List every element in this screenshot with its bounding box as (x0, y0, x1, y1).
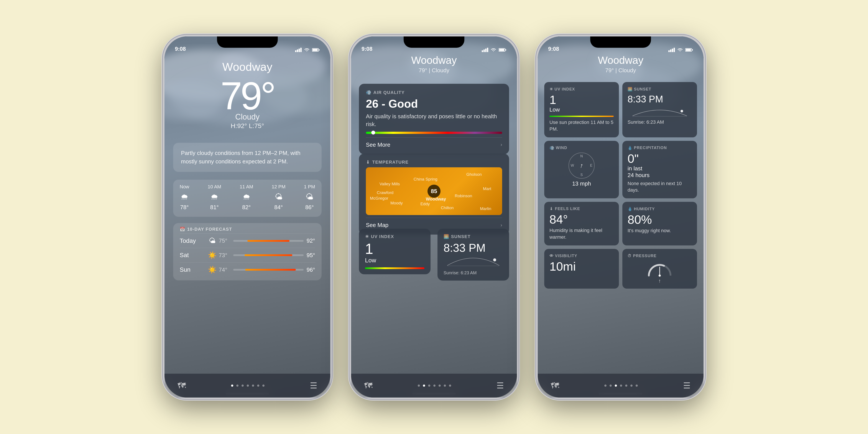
humidity-icon-3: 💧 (627, 207, 632, 211)
phone-screen-3: 9:08 (538, 36, 704, 398)
calendar-icon: 📅 (180, 226, 186, 232)
bottom-bar-3: 🗺 ☰ (538, 374, 704, 398)
page-dots-3 (604, 384, 638, 387)
tenday-sat: Sat ☀️ 73° 95° (180, 248, 315, 262)
see-map[interactable]: See Map › (366, 218, 502, 228)
high-low-1: H:92° L:75° (164, 122, 330, 129)
tenday-bar-sun (233, 269, 303, 271)
map-icon-3[interactable]: 🗺 (551, 381, 559, 391)
city-name-3: Woodway (538, 54, 704, 66)
phone1-content: Woodway 79° Cloudy H:92° L:75° Partly cl… (164, 36, 330, 398)
aq-bar-indicator (371, 131, 375, 134)
sunrise-text-2: Sunrise: 6:23 AM (443, 270, 503, 275)
pressure-gauge (647, 260, 673, 278)
wifi-icon-2 (490, 48, 496, 52)
svg-rect-8 (300, 48, 302, 52)
map-location-marlin: Marlin (480, 206, 491, 211)
wind-speed: 13 mph (550, 180, 614, 187)
dot-2-5 (439, 384, 441, 387)
humidity-note-3: It's muggy right now. (627, 227, 692, 234)
feels-like-card-3: 🌡 FEELS LIKE 84° Humidity is making it f… (544, 202, 619, 245)
compass-arrow-icon: ↑ (579, 161, 584, 169)
compass-n: N (580, 154, 583, 158)
templine-2: 79° | Cloudy (351, 67, 517, 74)
temperature-1: 79° (164, 73, 330, 118)
precip-note-3: None expected in next 10 days. (627, 180, 692, 194)
map-icon-2[interactable]: 🗺 (364, 381, 372, 391)
chevron-right-icon-2: › (501, 222, 502, 228)
sunset-time-3: 8:33 PM (627, 94, 692, 104)
wifi-icon-3 (677, 48, 683, 52)
dot-3-6 (630, 384, 632, 387)
hour-12pm: 12 PM 🌤 84° (272, 184, 286, 211)
uv-value-3: 1 (550, 94, 614, 106)
map-location-china-spring: China Spring (413, 177, 437, 182)
wind-icon-3: 💨 (550, 146, 554, 150)
dot-2-4 (433, 384, 436, 387)
precip-label-3: 💧 PRECIPITATION (627, 146, 692, 150)
feels-value-3: 84° (550, 213, 614, 225)
wind-label-3: 💨 WIND (550, 146, 614, 150)
dot-1 (236, 384, 239, 387)
bottom-bar-1: 🗺 ☰ (164, 374, 330, 398)
aq-see-more[interactable]: See More › (366, 137, 502, 148)
list-icon-3[interactable]: ☰ (683, 381, 690, 391)
svg-rect-17 (485, 49, 487, 52)
page-dots-1 (231, 384, 265, 387)
feels-note-3: Humidity is making it feel warmer. (550, 227, 614, 241)
svg-rect-16 (484, 50, 485, 52)
visibility-card-3: 👁 VISIBILITY 10mi (544, 249, 619, 289)
map-location-crawford: Crawford (377, 190, 394, 195)
hour-10am: 10 AM 🌧 81° (208, 184, 221, 211)
phone2-content: Woodway 79° | Cloudy 💨 AIR QUALITY 26 - … (351, 36, 517, 398)
tenday-card: 📅 10-DAY FORECAST Today 🌤 75° 92° Sat ☀️… (173, 223, 321, 280)
svg-rect-28 (670, 50, 672, 52)
svg-rect-27 (669, 50, 670, 52)
status-icons-1 (295, 48, 320, 52)
dot-3-active (615, 384, 617, 387)
battery-icon-3 (685, 48, 693, 52)
compass-e: E (590, 164, 592, 167)
svg-rect-5 (295, 50, 297, 52)
visibility-value-3: 10mi (550, 260, 614, 273)
svg-rect-30 (674, 48, 675, 52)
precipitation-card-3: 💧 PRECIPITATION 0" in last 24 hours None… (622, 141, 697, 198)
svg-point-22 (493, 258, 496, 261)
dot-3-4 (620, 384, 622, 387)
visibility-label-3: 👁 VISIBILITY (550, 254, 614, 258)
templine-3: 79° | Cloudy (538, 67, 704, 74)
uv-sublabel-2: Low (365, 257, 425, 264)
compass-s: S (581, 173, 583, 177)
svg-rect-10 (319, 49, 320, 51)
list-icon-1[interactable]: ☰ (310, 381, 317, 391)
map-icon-1[interactable]: 🗺 (178, 381, 186, 391)
svg-rect-6 (297, 50, 298, 52)
narrative-card: Partly cloudy conditions from 12 PM–2 PM… (173, 143, 321, 172)
signal-icon (295, 48, 302, 52)
dot-3-7 (636, 384, 638, 387)
dot-3-1 (604, 384, 607, 387)
uv-index-card-2: ☀ UV INDEX 1 Low (359, 229, 431, 274)
notch-1 (217, 36, 278, 48)
wifi-icon (304, 48, 310, 52)
uv-note-3: Use sun protection 11 AM to 5 PM. (550, 119, 614, 132)
sunset-icon-3: 🌅 (627, 87, 632, 92)
sunset-time-2: 8:33 PM (443, 241, 503, 254)
temp-label: 🌡 TEMPERATURE (366, 160, 502, 165)
map-location-valley-mills: Valley Mills (379, 182, 400, 186)
dot-2-7 (449, 384, 451, 387)
aq-value: 26 - Good (366, 97, 502, 110)
map-location-gholson: Gholson (466, 172, 482, 177)
phone3-content: Woodway 79° | Cloudy ☀ UV INDEX 1 Low Us… (538, 36, 704, 398)
uv-bar-3 (550, 116, 614, 117)
sunset-card-3: 🌅 SUNSET 8:33 PM Sunrise: 6:23 AM (622, 82, 697, 137)
dot-4 (252, 384, 254, 387)
uv-bar-2 (365, 267, 425, 269)
map-location-mart: Mart (483, 186, 491, 191)
therm-icon-3: 🌡 (550, 207, 554, 211)
svg-rect-33 (686, 49, 691, 51)
list-icon-2[interactable]: ☰ (496, 381, 504, 391)
notch-2 (404, 36, 464, 48)
sunset-arc-3 (627, 106, 692, 117)
battery-icon-2 (499, 48, 506, 52)
